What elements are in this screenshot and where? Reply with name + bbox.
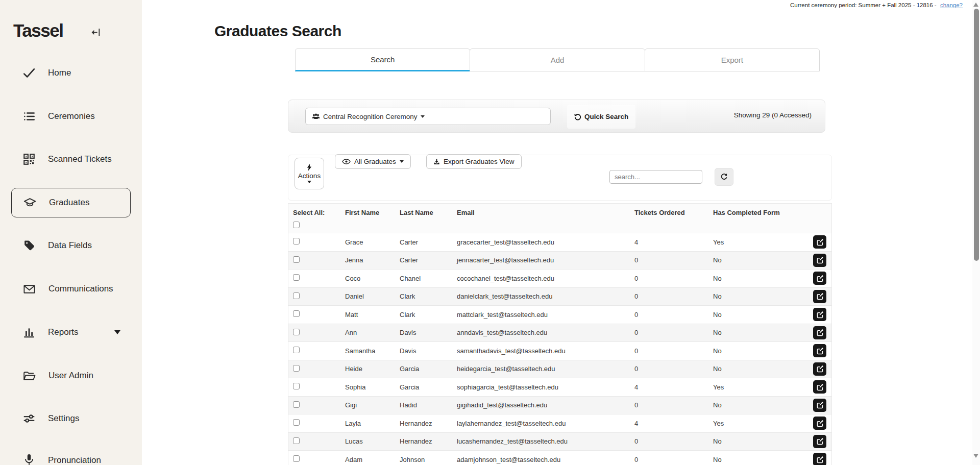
table-row: Adam Johnson adamjohnson_test@tasseltech…: [288, 451, 831, 465]
row-checkbox[interactable]: [293, 256, 300, 263]
ceremony-period-note: Current ceremony period: Summer + Fall 2…: [790, 2, 963, 8]
row-checkbox[interactable]: [293, 274, 300, 281]
edit-graduate-button[interactable]: [813, 399, 826, 412]
cell-tickets-ordered: 0: [632, 292, 710, 300]
refresh-button[interactable]: [715, 168, 733, 186]
cell-has-completed-form: Yes: [710, 238, 811, 246]
cell-first-name: Heide: [342, 365, 397, 373]
cell-tickets-ordered: 0: [632, 329, 710, 336]
cell-last-name: Davis: [397, 329, 454, 336]
bar-chart-icon: [22, 326, 36, 339]
change-period-link[interactable]: change?: [940, 2, 963, 8]
cell-tickets-ordered: 0: [632, 275, 710, 282]
table-row: Jenna Carter jennacarter_test@tasseltech…: [288, 252, 831, 270]
row-checkbox[interactable]: [293, 329, 300, 335]
row-checkbox[interactable]: [293, 310, 300, 317]
cell-has-completed-form: No: [710, 456, 811, 463]
check-icon: [22, 66, 36, 80]
row-checkbox[interactable]: [293, 238, 300, 244]
tab-add[interactable]: Add: [470, 48, 645, 71]
cell-last-name: Carter: [397, 256, 454, 264]
edit-graduate-button[interactable]: [813, 453, 826, 465]
header-email: Email: [454, 204, 632, 233]
cell-first-name: Grace: [342, 238, 397, 246]
edit-graduate-button[interactable]: [813, 326, 826, 339]
cell-email: lucashernandez_test@tasseltech.edu: [454, 437, 632, 445]
search-input[interactable]: [609, 170, 702, 184]
row-checkbox[interactable]: [293, 347, 300, 353]
tab-export[interactable]: Export: [645, 48, 820, 71]
edit-graduate-button[interactable]: [813, 435, 826, 448]
sidebar-item-user-admin[interactable]: User Admin: [11, 361, 131, 390]
sidebar-item-reports[interactable]: Reports: [11, 317, 131, 347]
edit-graduate-button[interactable]: [813, 362, 826, 376]
edit-graduate-button[interactable]: [813, 272, 826, 285]
microphone-icon: [22, 454, 36, 465]
cell-first-name: Ann: [342, 329, 397, 336]
actions-button[interactable]: Actions: [295, 158, 324, 189]
sidebar-item-graduates[interactable]: Graduates: [11, 188, 131, 217]
chevron-down-icon: [307, 181, 311, 183]
cell-first-name: Lucas: [342, 437, 397, 445]
cell-has-completed-form: Yes: [710, 383, 811, 391]
sidebar-item-data-fields[interactable]: Data Fields: [11, 231, 131, 260]
scroll-up-arrow-icon[interactable]: [973, 3, 978, 7]
table-header: Select All: First Name Last Name Email T…: [288, 204, 831, 233]
cell-last-name: Clark: [397, 311, 454, 319]
export-graduates-view-button[interactable]: Export Graduates View: [426, 154, 522, 169]
edit-graduate-button[interactable]: [813, 290, 826, 303]
sidebar-item-label: Graduates: [49, 198, 89, 208]
edit-icon: [816, 329, 824, 336]
row-checkbox[interactable]: [293, 365, 300, 372]
cell-email: mattclark_test@tasseltech.edu: [454, 311, 632, 319]
graduates-view-dropdown[interactable]: All Graduates: [335, 154, 411, 169]
row-checkbox[interactable]: [293, 383, 300, 389]
sidebar-item-home[interactable]: Home: [11, 58, 131, 88]
sliders-icon: [22, 412, 36, 425]
cell-last-name: Johnson: [397, 456, 454, 463]
page-scrollbar[interactable]: [972, 0, 980, 465]
cell-email: heidegarcia_test@tasseltech.edu: [454, 365, 632, 373]
tab-search[interactable]: Search: [295, 48, 470, 71]
ceremony-dropdown[interactable]: Central Recognition Ceremony: [305, 108, 551, 125]
cell-first-name: Layla: [342, 420, 397, 427]
scroll-down-arrow-icon[interactable]: [973, 454, 978, 458]
row-checkbox[interactable]: [293, 401, 300, 408]
row-checkbox[interactable]: [293, 292, 300, 299]
quick-search-button[interactable]: Quick Search: [567, 105, 635, 129]
collapse-sidebar-icon[interactable]: [91, 27, 102, 38]
table-row: Grace Carter gracecarter_test@tasseltech…: [288, 233, 831, 252]
eye-icon: [342, 159, 351, 164]
edit-graduate-button[interactable]: [813, 380, 826, 394]
page-title: Graduates Search: [214, 22, 341, 40]
sidebar-item-label: Pronunciation: [48, 455, 101, 465]
sidebar-item-pronunciation[interactable]: Pronunciation: [11, 446, 131, 465]
select-all-checkbox[interactable]: [293, 222, 300, 228]
row-checkbox[interactable]: [293, 419, 300, 426]
cell-first-name: Samantha: [342, 347, 397, 355]
edit-graduate-button[interactable]: [813, 308, 826, 321]
row-checkbox[interactable]: [293, 455, 300, 462]
edit-graduate-button[interactable]: [813, 254, 826, 267]
download-icon: [433, 158, 440, 165]
cell-has-completed-form: No: [710, 347, 811, 355]
edit-icon: [816, 456, 824, 463]
table-row: Coco Chanel cocochanel_test@tasseltech.e…: [288, 270, 831, 288]
sidebar-item-scanned-tickets[interactable]: Scanned Tickets: [11, 144, 131, 174]
edit-graduate-button[interactable]: [813, 235, 826, 249]
sidebar-item-communications[interactable]: Communications: [11, 274, 131, 304]
graduates-view-label: All Graduates: [354, 158, 396, 165]
sidebar-item-settings[interactable]: Settings: [11, 404, 131, 433]
table-row: Gigi Hadid gigihadid_test@tasseltech.edu…: [288, 397, 831, 415]
row-checkbox[interactable]: [293, 437, 300, 444]
graduates-table: Select All: First Name Last Name Email T…: [288, 203, 832, 465]
history-icon: [574, 113, 581, 120]
edit-graduate-button[interactable]: [813, 417, 826, 430]
cell-first-name: Daniel: [342, 292, 397, 300]
sidebar-item-ceremonies[interactable]: Ceremonies: [11, 102, 131, 131]
edit-graduate-button[interactable]: [813, 344, 826, 357]
scrollbar-thumb[interactable]: [974, 9, 979, 261]
quick-search-label: Quick Search: [584, 113, 628, 120]
edit-icon: [816, 311, 824, 319]
cell-tickets-ordered: 0: [632, 347, 710, 355]
